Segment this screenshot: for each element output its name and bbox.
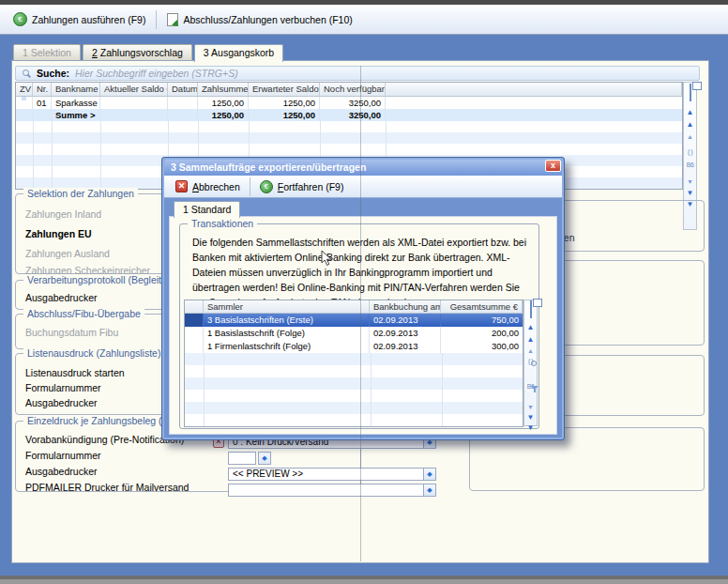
- column-header-noch-verfuegbar[interactable]: Noch verfügbar €: [320, 83, 386, 96]
- sammler-row-selected[interactable]: 3 Basislastschriften (Erste) 02.09.2013 …: [185, 314, 523, 327]
- sum-noch-verfuegbar: 3250,00: [320, 109, 386, 121]
- cell-gesamtsumme: 200,00: [441, 327, 523, 340]
- sum-label: Summe >: [52, 109, 100, 121]
- window-bottom-shadow: [0, 576, 728, 579]
- sammler-row[interactable]: 1 Firmenlastschrift (Folge) 02.09.2013 3…: [185, 340, 523, 353]
- column-header-marker: [185, 300, 204, 314]
- app-window: € Zahlungen ausführen (F9) Abschluss/Zah…: [0, 0, 728, 584]
- column-header-filler: [386, 83, 682, 96]
- row-marker-cell: [185, 340, 204, 353]
- sammler-table-empty-rows: [185, 353, 523, 426]
- column-header-aktueller-saldo[interactable]: Aktueller Saldo €: [100, 83, 168, 96]
- bank-table-header: ZV Nr. Bankname Aktueller Saldo € Datum …: [16, 83, 682, 97]
- sammler-row[interactable]: 1 Basislastschrift (Folge) 02.09.2013 20…: [185, 327, 523, 340]
- gridline: [52, 121, 53, 189]
- tab-selektion[interactable]: 1 Selektion: [13, 44, 81, 60]
- cell-bankname: Sparkasse: [52, 97, 100, 109]
- gridline: [100, 121, 101, 189]
- cell-filler: [386, 97, 682, 109]
- cell-noch-verfuegbar: 3250,00: [320, 97, 386, 109]
- sum-cell-datum: [168, 109, 198, 121]
- continue-label: Fortfahren (F9): [278, 181, 344, 192]
- ausgabedrucker-combobox[interactable]: << PREVIEW >> ◆: [228, 468, 436, 481]
- cell-erwarteter-saldo: 1250,00: [249, 97, 320, 109]
- gridline: [204, 353, 205, 426]
- export-dialog: 3 Sammelaufträge exportieren/übertragen …: [161, 157, 565, 440]
- cell-gesamtsumme: 750,00: [441, 314, 523, 327]
- gridline: [33, 121, 34, 189]
- continue-button[interactable]: € Fortfahren (F9): [253, 178, 351, 195]
- payments-run-icon: €: [13, 12, 27, 26]
- post-payments-label: Abschluss/Zahlungen verbuchen (F10): [183, 14, 352, 25]
- dialog-tab-standard[interactable]: 1 Standard: [174, 201, 240, 218]
- formularnummer-lookup-icon[interactable]: ◆: [259, 453, 270, 464]
- section-title: Selektion der Zahlungen: [23, 188, 138, 199]
- search-icon: [22, 69, 31, 78]
- column-header-bankname[interactable]: Bankname: [52, 83, 100, 96]
- close-icon[interactable]: x: [545, 160, 561, 172]
- sum-erwarteter-saldo: 1250,00: [249, 109, 320, 121]
- ausgabedrucker-value: << PREVIEW >>: [229, 469, 423, 480]
- tab-zahlungsvorschlag[interactable]: 2 Zahlungsvorschlag: [83, 44, 192, 60]
- column-header-erwarteter-saldo[interactable]: Erwarteter Saldo €: [249, 83, 320, 96]
- column-header-bankbuchung[interactable]: Bankbuchung am: [370, 300, 441, 314]
- tab-ausgangskorb[interactable]: 3 Ausgangskorb: [194, 44, 283, 62]
- ausgabedrucker-lookup-icon[interactable]: ◆: [423, 469, 435, 480]
- cell-zahlsumme: 1250,00: [198, 97, 249, 109]
- column-header-zahlsumme[interactable]: Zahlsumme €: [198, 83, 249, 96]
- formularnummer-spinner[interactable]: ◆: [258, 452, 271, 465]
- band-icon[interactable]: B6: [684, 154, 696, 171]
- section-title: Listenausdruck (Zahlungsliste): [23, 347, 164, 359]
- row-marker-cell: [185, 314, 204, 327]
- pdfmailer-combobox[interactable]: ◆: [228, 484, 436, 497]
- cancel-button[interactable]: ✕ Abbrechen: [169, 178, 247, 194]
- main-toolbar: € Zahlungen ausführen (F9) Abschluss/Zah…: [0, 5, 728, 35]
- copy-icon[interactable]: [684, 85, 696, 101]
- execute-payments-button[interactable]: € Zahlungen ausführen (F9): [6, 9, 153, 29]
- execute-payments-label: Zahlungen ausführen (F9): [32, 14, 145, 25]
- formularnummer-value: [229, 453, 255, 464]
- green-go-icon: €: [260, 180, 273, 193]
- gridline: [371, 353, 372, 426]
- post-payments-button[interactable]: Abschluss/Zahlungen verbuchen (F10): [159, 10, 359, 29]
- section-title: Abschluss/Fibu-Übergabe: [23, 308, 144, 319]
- cell-datum: [168, 97, 198, 109]
- gridline: [442, 353, 443, 426]
- sammler-table-header: Sammler Bankbuchung am Gesamtsumme €: [185, 300, 523, 314]
- last-row-icon[interactable]: ▼: [524, 417, 537, 434]
- dialog-toolbar: ✕ Abbrechen € Fortfahren (F9): [164, 176, 562, 198]
- bank-table-row[interactable]: 01 Sparkasse 1250,00 1250,00 3250,00: [16, 97, 682, 109]
- column-header-datum[interactable]: Datum: [168, 83, 198, 96]
- search-label: Suche:: [37, 68, 69, 79]
- group-title: Transaktionen: [188, 218, 257, 229]
- sum-cell-zv: [16, 109, 33, 121]
- sum-zahlsumme: 1250,00: [198, 109, 249, 121]
- search-placeholder: Hier Suchbegriff eingeben (STRG+S): [75, 68, 238, 79]
- cell-aktueller-saldo: [100, 97, 168, 109]
- cell-sammler: 1 Firmenlastschrift (Folge): [204, 340, 370, 353]
- dialog-panel: Transaktionen Die folgenden Sammellastsc…: [170, 217, 556, 434]
- cancel-label: Abbrechen: [192, 181, 240, 192]
- row-marker-cell: [185, 327, 204, 340]
- sum-cell-nr: [33, 109, 52, 121]
- formularnummer-input[interactable]: [228, 452, 256, 465]
- pdfmailer-value: [229, 484, 423, 496]
- column-header-gesamtsumme[interactable]: Gesamtsumme €: [441, 300, 523, 314]
- sum-cell-aktueller-saldo: [100, 109, 168, 121]
- toolbar-separator: [156, 10, 157, 29]
- column-header-sammler[interactable]: Sammler: [204, 300, 370, 314]
- dialog-grid-nav-strip: ▲ ▲ ▲ ( ) B6 ▼ ▼ ▼: [523, 300, 538, 426]
- dialog-titlebar[interactable]: 3 Sammelaufträge exportieren/übertragen: [164, 160, 562, 176]
- wizard-tabs: 1 Selektion 2 Zahlungsvorschlag 3 Ausgan…: [13, 44, 283, 62]
- search-bar[interactable]: Suche: Hier Suchbegriff eingeben (STRG+S…: [15, 66, 700, 81]
- cell-sammler: 1 Basislastschrift (Folge): [204, 327, 370, 340]
- cell-bankbuchung: 02.09.2013: [370, 314, 441, 327]
- cell-sammler: 3 Basislastschriften (Erste): [204, 314, 370, 327]
- column-header-zv[interactable]: ZV: [16, 83, 33, 96]
- cell-gesamtsumme: 300,00: [441, 340, 523, 353]
- column-header-nr[interactable]: Nr.: [33, 83, 52, 96]
- red-x-icon: ✕: [175, 180, 188, 192]
- mouse-cursor: [321, 250, 332, 267]
- pdfmailer-lookup-icon[interactable]: ◆: [423, 484, 435, 496]
- cell-bankbuchung: 02.09.2013: [370, 340, 441, 353]
